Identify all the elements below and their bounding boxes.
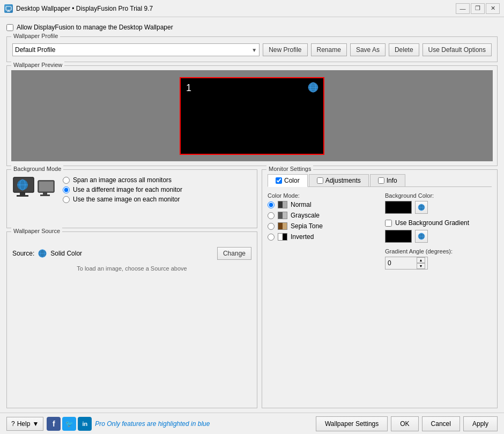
help-label: Help	[17, 420, 31, 428]
angle-up-button[interactable]: ▲	[417, 257, 425, 263]
rename-button[interactable]: Rename	[311, 43, 347, 56]
mode-grayscale-icon	[278, 212, 287, 219]
restore-button[interactable]: ❐	[471, 3, 485, 14]
delete-button[interactable]: Delete	[389, 43, 419, 56]
tab-color-label: Color	[284, 177, 300, 184]
tab-color-checkbox[interactable]	[276, 177, 282, 184]
radio-span-input[interactable]	[63, 177, 70, 184]
footer-left: ? Help ▼ f 🐦 in Pro Only features are hi…	[6, 417, 316, 431]
monitor-icon-2	[37, 179, 57, 199]
bg-color-swatch[interactable]	[385, 201, 412, 214]
profile-dropdown-value: Default Profile	[15, 46, 55, 54]
bg-color-section: Background Color:	[385, 192, 492, 270]
mode-sepia-icon	[278, 222, 287, 230]
monitor-number: 1	[186, 83, 191, 94]
gradient-section: Use Background Gradient	[385, 219, 492, 270]
color-mode-options: Normal Grayscale Sepia Tone	[268, 201, 374, 241]
gradient-color-swatch[interactable]	[385, 230, 412, 243]
help-button[interactable]: ? Help ▼	[6, 417, 43, 431]
main-content: Allow DisplayFusion to manage the Deskto…	[0, 17, 504, 413]
tab-info-checkbox[interactable]	[378, 177, 384, 184]
mode-grayscale: Grayscale	[268, 212, 374, 219]
allow-checkbox-row: Allow DisplayFusion to manage the Deskto…	[6, 21, 498, 33]
bg-mode-label: Background Mode	[11, 166, 63, 172]
radio-same: Use the same image on each monitor	[63, 196, 182, 203]
mode-sepia-label: Sepia Tone	[291, 222, 323, 230]
cancel-button[interactable]: Cancel	[422, 416, 460, 431]
tab-adjustments-checkbox[interactable]	[317, 177, 323, 184]
source-group-label: Wallpaper Source	[11, 228, 62, 234]
svg-rect-16	[43, 192, 47, 194]
monitor-icon-1	[12, 176, 38, 199]
twitter-icon[interactable]: 🐦	[62, 417, 76, 431]
mode-inverted-label: Inverted	[291, 233, 314, 241]
mode-grayscale-label: Grayscale	[291, 212, 320, 219]
gradient-color-row	[385, 230, 492, 243]
background-mode-group: Background Mode	[6, 169, 257, 228]
source-value: Solid Color	[50, 250, 82, 257]
gradient-color-picker-icon	[418, 233, 425, 240]
minimize-button[interactable]: —	[456, 3, 470, 14]
globe-icon	[307, 81, 319, 93]
source-row: Source: Solid Color Change	[12, 247, 251, 260]
allow-checkbox[interactable]	[6, 24, 13, 31]
mode-grayscale-radio[interactable]	[268, 212, 275, 219]
preview-area: 1	[11, 70, 493, 161]
wallpaper-settings-button[interactable]: Wallpaper Settings	[316, 416, 388, 431]
title-bar: Desktop Wallpaper • DisplayFusion Pro Tr…	[0, 0, 504, 17]
footer: ? Help ▼ f 🐦 in Pro Only features are hi…	[0, 413, 504, 434]
mode-inverted: Inverted	[268, 233, 374, 241]
help-dropdown-icon: ▼	[32, 420, 39, 428]
radio-different: Use a different image for each monitor	[63, 186, 182, 193]
social-icons: f 🐦 in	[47, 417, 92, 431]
tab-info-label: Info	[387, 177, 397, 184]
radio-span-label: Span an image across all monitors	[73, 176, 172, 184]
tab-adjustments[interactable]: Adjustments	[309, 174, 369, 186]
wallpaper-profile-group: Wallpaper Profile Default Profile ▼ New …	[6, 36, 498, 62]
radio-same-label: Use the same image on each monitor	[73, 196, 180, 203]
source-globe-icon	[38, 249, 47, 258]
svg-rect-12	[20, 192, 25, 195]
mode-normal: Normal	[268, 201, 374, 208]
allow-label: Allow DisplayFusion to manage the Deskto…	[17, 24, 173, 31]
bg-mode-icons	[12, 176, 57, 199]
pro-text: Pro Only features are highlighted in blu…	[95, 420, 210, 428]
app-icon	[4, 4, 13, 13]
profile-dropdown[interactable]: Default Profile ▼	[12, 43, 260, 56]
gradient-checkbox-row: Use Background Gradient	[385, 219, 492, 227]
radio-options: Span an image across all monitors Use a …	[63, 176, 182, 203]
wallpaper-source-group: Wallpaper Source Source: Solid Color Cha…	[6, 231, 257, 408]
tabs-row: Color Adjustments Info	[268, 174, 492, 187]
angle-down-button[interactable]: ▼	[417, 263, 425, 269]
close-button[interactable]: ✕	[486, 3, 500, 14]
gradient-checkbox[interactable]	[385, 220, 392, 227]
save-as-button[interactable]: Save As	[350, 43, 386, 56]
gradient-angle-value: 0	[388, 259, 391, 267]
mode-normal-radio[interactable]	[268, 201, 275, 208]
tab-info[interactable]: Info	[370, 174, 405, 186]
monitor-settings-panel: Monitor Settings Color Adjustments Info	[262, 169, 498, 408]
gradient-angle-label: Gradient Angle (degrees):	[385, 248, 492, 255]
radio-different-input[interactable]	[63, 186, 70, 193]
footer-right: Wallpaper Settings OK Cancel Apply	[316, 416, 498, 431]
source-hint: To load an image, choose a Source above	[12, 265, 251, 272]
ok-button[interactable]: OK	[391, 416, 418, 431]
mode-inverted-radio[interactable]	[268, 234, 275, 241]
facebook-icon[interactable]: f	[47, 417, 61, 431]
gradient-angle-field: 0 ▲ ▼	[385, 257, 428, 270]
change-button[interactable]: Change	[217, 247, 251, 260]
tab-color[interactable]: Color	[268, 174, 308, 187]
linkedin-icon[interactable]: in	[78, 417, 92, 431]
use-default-button[interactable]: Use Default Options	[423, 43, 492, 56]
color-mode-label: Color Mode:	[268, 192, 374, 199]
tab-adjustments-label: Adjustments	[325, 177, 361, 184]
color-picker-icon	[418, 204, 425, 211]
gradient-color-picker-button[interactable]	[415, 230, 428, 243]
svg-rect-15	[39, 182, 53, 191]
apply-button[interactable]: Apply	[463, 416, 498, 431]
color-mode-section: Color Mode: Normal Grayscale	[268, 192, 374, 270]
new-profile-button[interactable]: New Profile	[263, 43, 307, 56]
bg-color-picker-button[interactable]	[415, 201, 428, 214]
radio-same-input[interactable]	[63, 196, 70, 203]
mode-sepia-radio[interactable]	[268, 223, 275, 230]
